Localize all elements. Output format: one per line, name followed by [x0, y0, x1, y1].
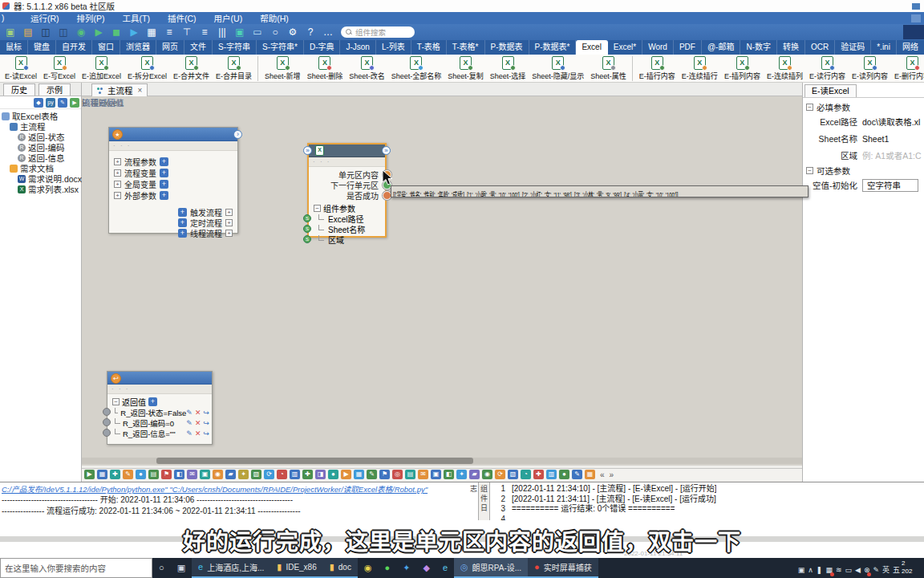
output-row[interactable]: 是否成功: [309, 190, 385, 201]
ribbon-tab[interactable]: S-字符串: [213, 40, 257, 55]
capture-icon[interactable]: ▣: [233, 26, 246, 39]
ribbon-tab[interactable]: @-邮箱: [702, 40, 740, 55]
flow-start-header[interactable]: [109, 128, 237, 141]
collapse-icon[interactable]: [314, 205, 321, 212]
help-icon[interactable]: ?: [304, 26, 317, 39]
input-port-icon[interactable]: [303, 146, 312, 155]
mini-tool-icon[interactable]: ▧: [251, 470, 261, 479]
new-project-icon[interactable]: ▣: [4, 26, 17, 39]
tray-network-icon[interactable]: ≋: [836, 561, 842, 576]
collapse-icon[interactable]: [112, 398, 120, 405]
feedback-icon[interactable]: …: [322, 26, 334, 39]
action-button[interactable]: E-删行内容: [891, 56, 924, 81]
zoom-icon[interactable]: ○: [269, 26, 282, 39]
property-row[interactable]: 区域 例: A1或者A1:C: [803, 147, 924, 164]
add-icon[interactable]: [160, 180, 168, 189]
return-value-row[interactable]: R_返回-状态=False: [107, 407, 212, 417]
edit-icon[interactable]: ✎: [58, 98, 67, 108]
scroll-right-icon[interactable]: »: [610, 470, 614, 479]
param-row[interactable]: 区域: [309, 234, 385, 245]
output-port-icon[interactable]: [233, 130, 242, 139]
param-row[interactable]: Sheet名称: [309, 224, 385, 234]
plugin-icon[interactable]: ◆: [34, 98, 43, 108]
titlebar-button[interactable]: [912, 3, 920, 10]
run-icon[interactable]: ▶: [92, 26, 105, 39]
code-icon[interactable]: ◉: [75, 26, 87, 39]
taskbar-edge[interactable]: e 上海酒店,上海...: [192, 558, 270, 578]
action-button[interactable]: Sheet-隐藏/显示: [529, 56, 587, 81]
toolbar-right-button[interactable]: [903, 25, 924, 39]
ribbon-tab[interactable]: J-Json: [340, 40, 375, 55]
mini-tool-icon[interactable]: ◔: [521, 470, 531, 479]
mini-tool-icon[interactable]: ▶: [341, 470, 351, 479]
taskbar-rpa[interactable]: ◎ 朗思RPA-设...: [454, 558, 528, 578]
mini-tool-icon[interactable]: ◔: [277, 470, 287, 479]
ribbon-tab[interactable]: D-字典: [304, 40, 341, 55]
action-button[interactable]: E-连续插列: [764, 56, 806, 81]
ribbon-tab[interactable]: P-数据表*: [529, 40, 577, 55]
mini-tool-icon[interactable]: ▣: [431, 470, 441, 479]
expand-icon[interactable]: [114, 169, 121, 177]
align-top-icon[interactable]: ⊤: [180, 26, 193, 39]
property-row[interactable]: 可选参数: [803, 164, 924, 177]
property-value[interactable]: doc\读取表格.xl: [862, 116, 920, 128]
properties-tab[interactable]: E-读Excel: [804, 84, 857, 97]
mini-tool-icon[interactable]: ◉: [213, 470, 223, 479]
return-values-group[interactable]: 返回值: [107, 396, 212, 407]
tab-main-flow[interactable]: 主流程 ×: [91, 83, 148, 96]
input-connector-icon[interactable]: [303, 235, 311, 243]
taskbar-taskview-icon[interactable]: ▣: [171, 558, 192, 578]
taskbar-ie-icon[interactable]: e: [436, 558, 454, 578]
add-icon[interactable]: [178, 229, 187, 238]
property-row[interactable]: Excel路径 doc\读取表格.xl: [803, 113, 924, 130]
expand-icon[interactable]: [114, 181, 121, 188]
open-folder-icon[interactable]: ▤: [22, 26, 34, 39]
ribbon-tab[interactable]: PDF: [674, 40, 702, 55]
mini-tool-icon[interactable]: ✉: [187, 470, 197, 479]
flow-param-row[interactable]: 流程参数: [109, 156, 237, 167]
mini-tool-icon[interactable]: ◎: [392, 470, 403, 479]
mini-tool-icon[interactable]: ✎: [572, 470, 582, 479]
video-icon[interactable]: ▶: [128, 26, 140, 39]
scroll-left-icon[interactable]: «: [600, 470, 605, 479]
input-connector-icon[interactable]: [303, 214, 311, 222]
return-node-header[interactable]: [107, 372, 212, 385]
tray-expand-icon[interactable]: ∧: [808, 561, 813, 576]
mini-tool-icon[interactable]: ◧: [174, 470, 184, 479]
read-excel-node[interactable]: · · · 单元区内容 下一行单元区 是否成功: [307, 143, 387, 238]
expand-icon[interactable]: [225, 219, 233, 226]
add-icon[interactable]: [148, 397, 157, 406]
expand-icon[interactable]: [225, 209, 233, 216]
mini-tool-icon[interactable]: ◧: [444, 470, 454, 479]
ribbon-tab[interactable]: 键盘: [28, 40, 56, 55]
align-left-icon[interactable]: ≡: [163, 26, 176, 39]
edit-icon[interactable]: [186, 429, 192, 438]
ribbon-tab[interactable]: L-列表: [376, 40, 411, 55]
expand-icon[interactable]: [114, 158, 121, 165]
action-button[interactable]: Sheet-删除: [304, 56, 346, 81]
add-icon[interactable]: [178, 218, 187, 227]
menubar-right-button[interactable]: [911, 14, 921, 22]
action-button[interactable]: E-读行内容: [806, 56, 849, 81]
expand-icon[interactable]: [225, 230, 233, 237]
action-button[interactable]: Sheet-新增: [257, 56, 304, 81]
taskbar-cortana-icon[interactable]: ○: [152, 558, 171, 578]
taskbar-capture[interactable]: ● 实时屏幕捕获: [528, 558, 598, 578]
property-value[interactable]: 空字符串: [862, 179, 918, 192]
delete-icon[interactable]: [195, 429, 201, 438]
taskbar-qq-icon[interactable]: ✦: [396, 558, 416, 578]
mini-tool-icon[interactable]: ●: [136, 470, 146, 479]
ribbon-tab[interactable]: Word: [642, 40, 674, 55]
delete-icon[interactable]: [195, 418, 201, 427]
tray-device-icon[interactable]: ▭: [845, 561, 852, 576]
component-log-strip[interactable]: 组件日志: [478, 482, 490, 520]
tray-ime-mode-icon[interactable]: 五: [893, 561, 900, 576]
action-button[interactable]: E-追加Excel: [79, 56, 124, 81]
collapse-icon[interactable]: [806, 167, 813, 174]
sidebar-tab[interactable]: 示例: [38, 83, 71, 96]
property-row[interactable]: Sheet名称 Sheet1: [803, 130, 924, 147]
menu-item-partial[interactable]: ): [2, 14, 21, 22]
expand-icon[interactable]: [114, 192, 121, 199]
ribbon-tab[interactable]: 鼠标: [0, 40, 28, 55]
add-icon[interactable]: [160, 169, 168, 177]
